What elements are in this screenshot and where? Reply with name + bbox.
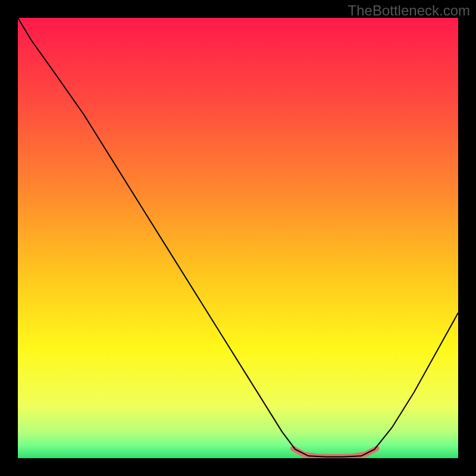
highlight-segment [293,449,377,457]
watermark-text: TheBottleneck.com [348,2,470,19]
bottleneck-curve [18,18,458,457]
chart-container: TheBottleneck.com [0,0,476,476]
curve-layer [18,18,458,458]
plot-area [18,18,458,458]
